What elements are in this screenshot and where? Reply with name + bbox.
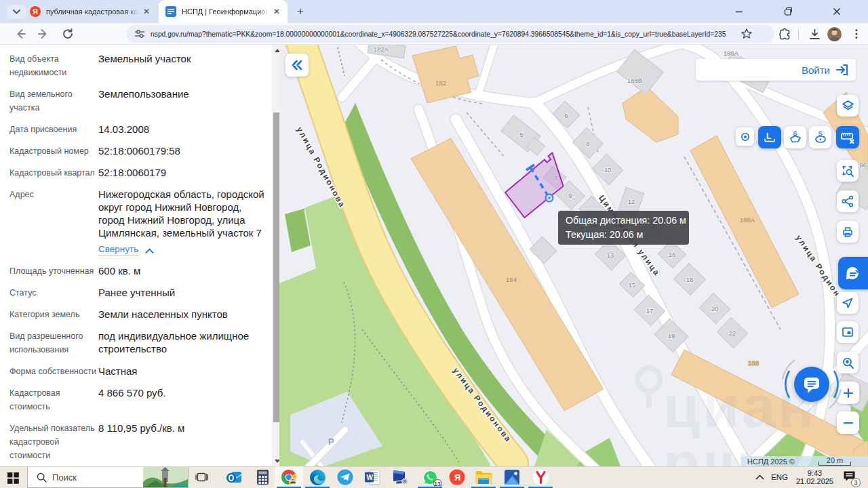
scale-label: 20 m bbox=[827, 456, 843, 464]
measure-clear-button[interactable] bbox=[836, 126, 859, 148]
login-icon bbox=[835, 64, 849, 76]
building-number-label: 19 bbox=[668, 332, 675, 340]
area-polygon-icon: S bbox=[788, 130, 803, 144]
window-minimize-button[interactable] bbox=[734, 7, 744, 16]
point-icon bbox=[741, 132, 750, 142]
attribute-label: Статус bbox=[9, 286, 96, 300]
taskbar-chrome-active[interactable] bbox=[275, 466, 303, 488]
attribute-row: Вид разрешенного использованияпод индиви… bbox=[9, 329, 272, 357]
attribute-label: Кадастровый квартал bbox=[9, 166, 96, 180]
mini-map-button[interactable] bbox=[837, 321, 859, 343]
tray-expand-icon[interactable] bbox=[755, 474, 764, 480]
attribute-label: Вид разрешенного использования bbox=[9, 329, 96, 357]
folder-icon bbox=[475, 470, 492, 485]
measure-ellipse-button[interactable]: S bbox=[809, 126, 831, 148]
task-view-button[interactable] bbox=[195, 471, 209, 486]
tray-clock[interactable]: 9:43 21.02.2025 bbox=[796, 469, 833, 485]
taskbar-telegram[interactable] bbox=[331, 466, 359, 488]
forward-button[interactable] bbox=[37, 27, 50, 43]
share-button[interactable] bbox=[837, 190, 859, 212]
tab-title: публичная кадастровая карта bbox=[46, 7, 138, 16]
attribute-row: Кадастровый квартал52:18:0060179 bbox=[9, 166, 272, 180]
share-icon bbox=[842, 195, 854, 207]
address-bar[interactable]: nspd.gov.ru/map?thematic=PKK&zoom=18.000… bbox=[126, 25, 774, 43]
collapse-panel-button[interactable] bbox=[285, 54, 309, 77]
login-bar[interactable]: Войти bbox=[696, 59, 856, 81]
building-number-label: 188А bbox=[740, 216, 755, 224]
site-settings-icon[interactable] bbox=[134, 28, 145, 39]
attribute-value: Земельный участок bbox=[98, 52, 268, 79]
search-icon bbox=[37, 472, 47, 483]
profile-avatar[interactable] bbox=[827, 27, 842, 41]
bookmark-star-icon[interactable] bbox=[741, 28, 753, 40]
taskbar-outlook[interactable] bbox=[220, 466, 248, 488]
tray-language[interactable]: ENG bbox=[771, 473, 788, 481]
building-number-label: 188В bbox=[627, 77, 642, 84]
search-placeholder: Поиск bbox=[52, 472, 143, 483]
print-button[interactable] bbox=[837, 221, 859, 243]
map-attribution: НСПД 2025 © 20 m bbox=[741, 456, 868, 466]
collapse-address-link[interactable]: Свернуть bbox=[98, 243, 268, 256]
new-tab-button[interactable]: + bbox=[294, 5, 307, 18]
locate-button[interactable] bbox=[837, 292, 859, 314]
extensions-icon[interactable] bbox=[778, 28, 791, 43]
screen: { "browser": { "tabs": [ { "title": "пуб… bbox=[0, 0, 868, 488]
tab-nspd-active[interactable]: НСПД | Геоинформационный ✕ bbox=[159, 0, 288, 23]
nspd-favicon-icon bbox=[165, 6, 176, 17]
tab-close-icon[interactable]: ✕ bbox=[271, 6, 282, 17]
measure-point-button[interactable] bbox=[736, 127, 754, 146]
building-number-label: 17 bbox=[646, 307, 654, 314]
taskbar-edge-active[interactable] bbox=[303, 466, 332, 488]
map-viewport[interactable]: 182А182186А188В184188А188196567891012131… bbox=[279, 45, 868, 466]
browser-menu-kebab-icon[interactable] bbox=[850, 28, 863, 43]
task-view-icon bbox=[195, 471, 209, 483]
attribute-row: Вид земельного участкаЗемлепользование bbox=[9, 87, 272, 115]
attribute-value: 4 866 570 руб. bbox=[98, 386, 268, 413]
downloads-button[interactable] bbox=[808, 28, 821, 43]
taskbar-photos-active[interactable] bbox=[498, 466, 526, 488]
notification-center-button[interactable]: 3 bbox=[843, 470, 856, 485]
building-number-label: 6 bbox=[564, 112, 568, 119]
attribute-value: 600 кв. м bbox=[98, 264, 268, 278]
reload-button[interactable] bbox=[60, 27, 74, 43]
taskbar-word[interactable]: W bbox=[358, 466, 387, 488]
taskbar-search-box[interactable]: Поиск bbox=[27, 467, 189, 488]
tab-close-icon[interactable]: ✕ bbox=[141, 6, 152, 17]
search-highlight-image[interactable] bbox=[143, 467, 188, 488]
attribute-label: Кадастровый номер bbox=[9, 144, 96, 158]
taskbar-yandex-browser-active[interactable] bbox=[526, 466, 555, 488]
taskbar-file-explorer-active[interactable] bbox=[469, 466, 498, 488]
layers-button[interactable] bbox=[837, 95, 859, 117]
attribute-value: Частная bbox=[98, 365, 268, 378]
select-objects-button[interactable] bbox=[837, 160, 859, 182]
attribute-label: Дата присвоения bbox=[9, 123, 96, 136]
back-button[interactable] bbox=[14, 27, 27, 43]
yandex-icon: Я bbox=[449, 469, 465, 485]
start-button[interactable] bbox=[7, 472, 19, 487]
feedback-tab-button[interactable] bbox=[838, 257, 868, 289]
word-icon: W bbox=[364, 469, 381, 485]
login-label[interactable]: Войти bbox=[802, 64, 830, 76]
taskbar-yandex[interactable]: Я bbox=[443, 466, 471, 488]
taskbar-calculator[interactable] bbox=[248, 466, 277, 488]
attribute-value: под индивидуальное жилищное строительств… bbox=[98, 329, 268, 357]
svg-text:W: W bbox=[366, 474, 373, 481]
building-number-label: 20 bbox=[711, 305, 719, 312]
building-number-label: 9 bbox=[568, 192, 572, 199]
measure-length-button[interactable]: L bbox=[758, 126, 781, 148]
building-number-label: 10 bbox=[604, 166, 612, 174]
svg-text:Я: Я bbox=[454, 472, 460, 483]
chat-button[interactable] bbox=[794, 367, 829, 402]
parcel-attributes: Вид объекта недвижимостиЗемельный участо… bbox=[0, 45, 272, 462]
taskbar-remote-desktop[interactable] bbox=[386, 466, 414, 488]
window-close-button[interactable] bbox=[832, 7, 842, 16]
remote-desktop-icon bbox=[391, 469, 409, 485]
building-number-label: 15 bbox=[629, 281, 636, 289]
window-restore-button[interactable] bbox=[783, 7, 793, 16]
measure-area-button[interactable]: S bbox=[784, 126, 806, 148]
distance-tooltip: Общая дистанция: 20.06 м Текущая: 20.06 … bbox=[558, 211, 689, 245]
attribute-label: Форма собственности bbox=[9, 365, 96, 378]
building-number-label: 12 bbox=[628, 198, 635, 205]
taskbar-whatsapp-active[interactable]: 13 bbox=[416, 466, 444, 488]
tab-cadastral-map[interactable]: Я публичная кадастровая карта ✕ bbox=[23, 0, 157, 23]
